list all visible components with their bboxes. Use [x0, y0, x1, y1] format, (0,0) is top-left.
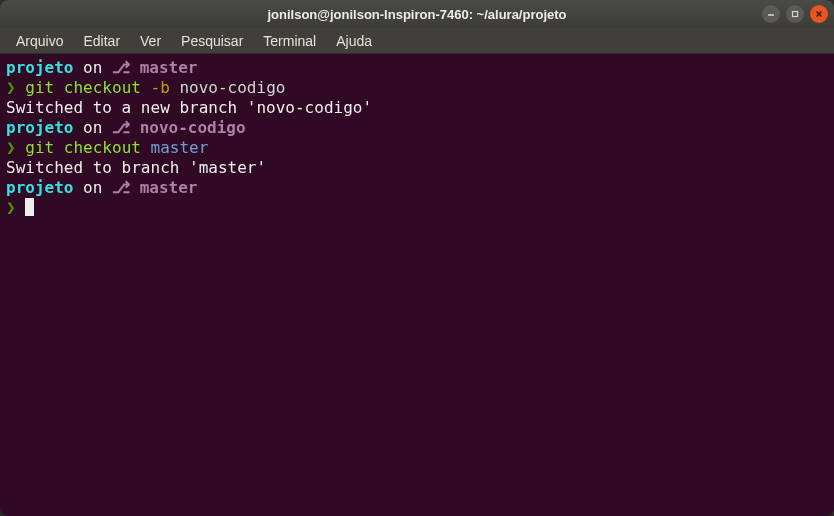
prompt-on: on [83, 118, 102, 137]
prompt-dir: projeto [6, 178, 73, 197]
window-controls [762, 5, 828, 23]
prompt-arrow: ❯ [6, 138, 16, 157]
menubar: Arquivo Editar Ver Pesquisar Terminal Aj… [0, 28, 834, 54]
branch-name: novo-codigo [140, 118, 246, 137]
prompt-arrow: ❯ [6, 78, 16, 97]
branch-icon: ⎇ [112, 58, 130, 77]
svg-rect-1 [793, 12, 798, 17]
terminal-area[interactable]: projeto on ⎇ master ❯ git checkout -b no… [0, 54, 834, 516]
cmd-checkout: checkout [64, 138, 141, 157]
output-line: Switched to a new branch 'novo-codigo' [6, 98, 372, 117]
cmd-flag: -b [151, 78, 170, 97]
branch-icon: ⎇ [112, 118, 130, 137]
menu-terminal[interactable]: Terminal [255, 31, 324, 51]
menu-ajuda[interactable]: Ajuda [328, 31, 380, 51]
menu-editar[interactable]: Editar [75, 31, 128, 51]
cmd-arg: novo-codigo [179, 78, 285, 97]
branch-icon: ⎇ [112, 178, 130, 197]
cmd-git: git [25, 138, 54, 157]
cursor [25, 198, 34, 216]
cmd-checkout: checkout [64, 78, 141, 97]
close-button[interactable] [810, 5, 828, 23]
maximize-button[interactable] [786, 5, 804, 23]
menu-pesquisar[interactable]: Pesquisar [173, 31, 251, 51]
window-title: jonilson@jonilson-Inspiron-7460: ~/alura… [267, 7, 566, 22]
menu-arquivo[interactable]: Arquivo [8, 31, 71, 51]
window-titlebar: jonilson@jonilson-Inspiron-7460: ~/alura… [0, 0, 834, 28]
prompt-dir: projeto [6, 58, 73, 77]
cmd-git: git [25, 78, 54, 97]
branch-name: master [140, 178, 198, 197]
prompt-on: on [83, 58, 102, 77]
prompt-arrow: ❯ [6, 198, 16, 217]
menu-ver[interactable]: Ver [132, 31, 169, 51]
prompt-dir: projeto [6, 118, 73, 137]
minimize-button[interactable] [762, 5, 780, 23]
prompt-on: on [83, 178, 102, 197]
output-line: Switched to branch 'master' [6, 158, 266, 177]
branch-name: master [140, 58, 198, 77]
cmd-arg: master [151, 138, 209, 157]
